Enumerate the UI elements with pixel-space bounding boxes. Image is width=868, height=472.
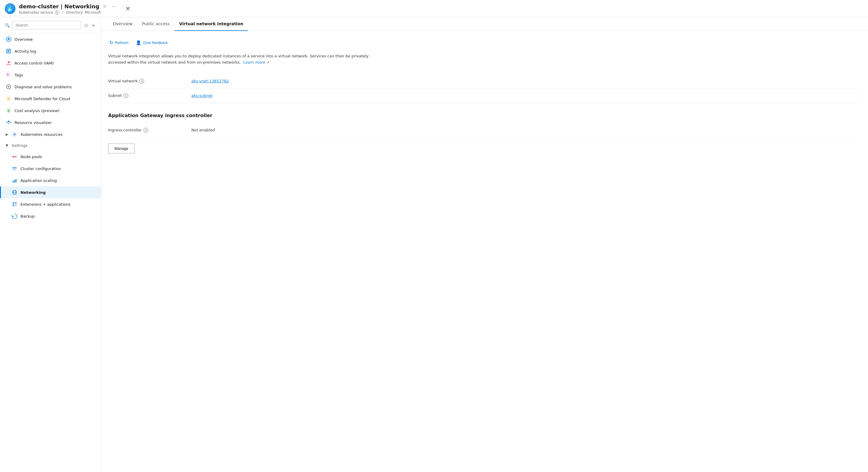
- sidebar-item-cluster-config[interactable]: Cluster configuration: [0, 163, 101, 175]
- virtual-network-row: Virtual network ℹ aks-vnet-13852782: [108, 74, 861, 89]
- expand-icon: ▶: [6, 132, 8, 137]
- cost-icon: $: [6, 108, 11, 114]
- app-scaling-icon: [11, 177, 18, 183]
- subnet-label: Subnet ℹ: [108, 93, 191, 98]
- sidebar-item-kubernetes[interactable]: ▶ Kubernetes resources: [0, 128, 101, 140]
- backup-icon: [11, 213, 18, 219]
- sidebar-item-label: Backup: [21, 214, 35, 218]
- svg-rect-16: [8, 123, 9, 124]
- sidebar: 🔍 ◇ « Overview Activity log: [0, 17, 101, 472]
- learn-more-link[interactable]: Learn more: [243, 60, 265, 64]
- close-button[interactable]: ✕: [125, 5, 130, 12]
- filter-icon[interactable]: ◇: [83, 21, 89, 29]
- svg-point-23: [15, 156, 17, 157]
- subnet-row: Subnet ℹ aks-subnet: [108, 89, 861, 103]
- collapse-section-icon: ▼: [6, 144, 8, 147]
- tab-vnet-integration[interactable]: Virtual network integration: [174, 17, 248, 31]
- sidebar-item-label: Extensions + applications: [21, 202, 70, 207]
- svg-rect-34: [12, 202, 14, 204]
- top-bar: demo-cluster | Networking ☆ ··· Kubernet…: [0, 0, 868, 17]
- more-options-button[interactable]: ···: [111, 3, 117, 10]
- description-text: Virtual network integration allows you t…: [108, 53, 375, 66]
- svg-rect-29: [14, 180, 15, 182]
- search-area: 🔍 ◇ «: [0, 17, 101, 33]
- search-actions: ◇ «: [83, 21, 96, 29]
- search-input[interactable]: [12, 21, 81, 29]
- sidebar-item-backup[interactable]: Backup: [0, 210, 101, 222]
- svg-line-17: [7, 121, 8, 122]
- activity-log-icon: [6, 48, 11, 54]
- diagnose-icon: [6, 84, 11, 90]
- sidebar-item-tags[interactable]: Tags: [0, 69, 101, 81]
- favorite-button[interactable]: ☆: [102, 2, 108, 10]
- networking-icon: [11, 189, 18, 195]
- search-icon: 🔍: [5, 23, 10, 28]
- svg-point-21: [14, 134, 16, 135]
- subnet-info-icon[interactable]: ℹ: [124, 93, 128, 98]
- node-pools-icon: [11, 154, 18, 159]
- info-icon[interactable]: ℹ: [55, 10, 59, 14]
- kubernetes-icon: [11, 131, 18, 137]
- gateway-section-heading: Application Gateway ingress controller: [108, 113, 861, 118]
- sidebar-item-overview[interactable]: Overview: [0, 33, 101, 45]
- virtual-network-value[interactable]: aks-vnet-13852782: [191, 79, 229, 83]
- svg-rect-35: [15, 202, 17, 204]
- sidebar-item-label: Settings: [11, 143, 27, 148]
- title-group: demo-cluster | Networking ☆ ··· Kubernet…: [19, 2, 117, 14]
- svg-text:$: $: [8, 109, 9, 112]
- subtitle: Kubernetes service ℹ | Directory: Micros…: [19, 10, 117, 14]
- sidebar-item-activity-log[interactable]: Activity log: [0, 45, 101, 57]
- virtual-network-label: Virtual network ℹ: [108, 79, 191, 84]
- main-layout: 🔍 ◇ « Overview Activity log: [0, 17, 868, 472]
- sidebar-item-networking[interactable]: Networking: [0, 186, 101, 198]
- directory-label: Directory: Microsoft: [66, 10, 101, 14]
- refresh-icon: ↻: [109, 40, 113, 46]
- feedback-icon: 👤: [136, 40, 142, 46]
- svg-rect-25: [12, 167, 17, 168]
- page-title: demo-cluster | Networking ☆ ···: [19, 2, 117, 10]
- subnet-value[interactable]: aks-subnet: [191, 93, 213, 98]
- virtual-network-info-icon[interactable]: ℹ: [139, 79, 144, 84]
- svg-rect-14: [8, 121, 9, 122]
- iam-icon: [6, 60, 11, 66]
- sidebar-item-diagnose[interactable]: Diagnose and solve problems: [0, 81, 101, 93]
- svg-point-22: [12, 156, 14, 157]
- ingress-controller-info-icon[interactable]: ℹ: [144, 128, 148, 132]
- svg-rect-27: [12, 170, 15, 171]
- external-link-icon: ↗: [267, 61, 269, 64]
- sidebar-item-label: Microsoft Defender for Cloud: [14, 97, 70, 101]
- sidebar-item-label: Resource visualizer: [14, 120, 52, 125]
- sidebar-item-defender[interactable]: Microsoft Defender for Cloud: [0, 93, 101, 105]
- sidebar-item-label: Node pools: [21, 154, 42, 159]
- tab-overview[interactable]: Overview: [108, 17, 137, 31]
- svg-rect-28: [12, 181, 14, 182]
- overview-icon: [6, 36, 11, 42]
- svg-point-8: [9, 61, 11, 63]
- svg-rect-30: [16, 179, 17, 182]
- sidebar-item-label: Activity log: [14, 49, 36, 54]
- give-feedback-button[interactable]: 👤 Give feedback: [134, 38, 169, 47]
- sidebar-item-label: Tags: [14, 73, 23, 77]
- sidebar-item-extensions[interactable]: Extensions + applications: [0, 198, 101, 210]
- sidebar-item-node-pools[interactable]: Node pools: [0, 151, 101, 163]
- actions-bar: ↻ Refresh 👤 Give feedback: [108, 38, 861, 47]
- collapse-icon[interactable]: «: [91, 21, 96, 29]
- svg-rect-26: [12, 169, 17, 170]
- content-area: Overview Public access Virtual network i…: [101, 17, 868, 472]
- svg-rect-13: [6, 122, 7, 123]
- tags-icon: [6, 72, 11, 78]
- sidebar-item-resource[interactable]: Resource visualizer: [0, 117, 101, 128]
- svg-line-18: [9, 121, 10, 122]
- title-text: demo-cluster | Networking: [19, 3, 99, 9]
- manage-button[interactable]: Manage: [108, 144, 134, 153]
- sidebar-item-settings[interactable]: ▼ Settings: [0, 140, 101, 151]
- resource-icon: [6, 119, 11, 125]
- sidebar-item-cost[interactable]: $ Cost analysis (preview): [0, 105, 101, 117]
- sidebar-item-iam[interactable]: Access control (IAM): [0, 57, 101, 69]
- sidebar-item-app-scaling[interactable]: Application scaling: [0, 175, 101, 186]
- tab-public-access[interactable]: Public access: [137, 17, 174, 31]
- svg-point-9: [7, 74, 8, 75]
- defender-icon: [6, 96, 11, 102]
- refresh-button[interactable]: ↻ Refresh: [108, 38, 130, 47]
- refresh-label: Refresh: [115, 40, 129, 45]
